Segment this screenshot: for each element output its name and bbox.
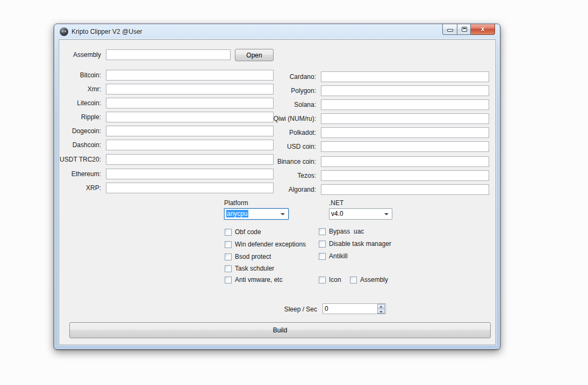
ethereum-label: Ethereum: xyxy=(71,170,101,178)
ethereum-input[interactable] xyxy=(106,169,274,179)
antikill-label: Antikill xyxy=(329,252,348,260)
bitcoin-input[interactable] xyxy=(106,70,274,81)
build-button[interactable]: Build xyxy=(69,322,491,338)
binance-coin-label: Binance coin: xyxy=(277,158,316,165)
task-schduler-checkbox[interactable] xyxy=(225,265,232,272)
usdt-trc20-label: USDT TRC20: xyxy=(60,156,101,163)
assembly-checkbox[interactable] xyxy=(350,277,357,284)
icon-option[interactable]: Icon xyxy=(319,276,341,284)
arrow-up-icon xyxy=(379,306,383,308)
obf-code-option[interactable]: Obf code xyxy=(225,228,261,236)
dashcoin-label: Dashcoin: xyxy=(73,141,101,149)
platform-label: Platform xyxy=(224,199,248,207)
antikill-checkbox[interactable] xyxy=(319,253,326,260)
usd-coin-label: USD coin: xyxy=(287,143,316,150)
arrow-down-icon xyxy=(379,311,383,313)
platform-combobox[interactable]: anycpu xyxy=(224,208,289,220)
dotnet-selected-value: v4.0 xyxy=(331,210,343,217)
sleep-input[interactable] xyxy=(322,303,386,314)
win-defender-exceptions-option[interactable]: Win defender exceptions xyxy=(225,241,306,248)
bsod-protect-checkbox[interactable] xyxy=(225,253,232,260)
task-schduler-option[interactable]: Task schduler xyxy=(225,265,274,272)
client-area: Assembly Open Bitcoin: Xmr: Litecoin: Ri… xyxy=(59,39,496,345)
sleep-label: Sleep / Sec xyxy=(284,306,317,313)
polygon-label: Polygon: xyxy=(291,87,316,95)
usd-coin-input[interactable] xyxy=(321,141,489,152)
bsod-protect-option[interactable]: Bsod protect xyxy=(225,253,271,260)
litecoin-label: Litecoin: xyxy=(77,99,101,107)
win-defender-exceptions-checkbox[interactable] xyxy=(225,241,232,248)
polkadot-label: Polkadot: xyxy=(289,129,316,136)
spinner-up-button[interactable] xyxy=(377,304,385,309)
anti-vmware-option[interactable]: Anti vmware, etc xyxy=(225,276,283,284)
algorand-input[interactable] xyxy=(321,184,489,195)
minimize-icon xyxy=(447,29,453,32)
dogecoin-label: Dogecoin: xyxy=(72,127,101,135)
maximize-button[interactable] xyxy=(457,24,471,35)
qiwi-label: Qiwi (NUM/ru): xyxy=(274,115,316,122)
assembly-label: Assembly xyxy=(73,51,101,59)
open-button[interactable]: Open xyxy=(235,49,274,61)
icon-checkbox[interactable] xyxy=(319,277,326,284)
bypass-uac-option[interactable]: Bypass uac xyxy=(319,228,364,235)
polygon-input[interactable] xyxy=(321,85,489,96)
cardano-input[interactable] xyxy=(321,71,489,82)
maximize-icon xyxy=(462,27,467,32)
cardano-label: Cardano: xyxy=(290,73,316,81)
window-title: Kripto Clipper V2 @User xyxy=(71,28,142,35)
app-window: Kripto Clipper V2 @User x Assembly Open … xyxy=(54,24,500,350)
dotnet-label: .NET xyxy=(329,199,343,207)
litecoin-input[interactable] xyxy=(106,98,274,108)
polkadot-input[interactable] xyxy=(321,127,489,138)
tezos-label: Tezos: xyxy=(297,172,316,179)
xrp-label: XRP: xyxy=(86,184,101,192)
solana-input[interactable] xyxy=(321,99,489,110)
anti-vmware-label: Anti vmware, etc xyxy=(235,276,283,284)
bitcoin-label: Bitcoin: xyxy=(80,71,101,79)
assembly-path-input[interactable] xyxy=(106,49,231,60)
assembly-option[interactable]: Assembly xyxy=(350,276,388,284)
app-icon xyxy=(60,27,68,36)
dashcoin-input[interactable] xyxy=(106,140,274,150)
spinner-down-button[interactable] xyxy=(377,309,385,314)
xrp-input[interactable] xyxy=(106,183,274,193)
disable-task-manager-label: Disable task manager xyxy=(329,240,391,248)
dotnet-combobox[interactable]: v4.0 xyxy=(329,208,392,220)
bypass-uac-checkbox[interactable] xyxy=(319,228,326,235)
disable-task-manager-option[interactable]: Disable task manager xyxy=(319,240,391,248)
obf-code-label: Obf code xyxy=(235,228,261,236)
antikill-option[interactable]: Antikill xyxy=(319,252,348,260)
bypass-uac-label: Bypass uac xyxy=(329,228,364,235)
bsod-protect-label: Bsod protect xyxy=(235,253,271,260)
binance-coin-input[interactable] xyxy=(321,156,489,167)
titlebar[interactable]: Kripto Clipper V2 @User x xyxy=(54,24,500,39)
anti-vmware-checkbox[interactable] xyxy=(225,277,232,284)
ripple-label: Ripple: xyxy=(81,113,101,121)
minimize-button[interactable] xyxy=(442,24,457,35)
dogecoin-input[interactable] xyxy=(106,126,274,136)
caption-buttons: x xyxy=(442,24,495,35)
xmr-label: Xmr: xyxy=(88,85,101,93)
platform-selected-value: anycpu xyxy=(226,210,248,217)
xmr-input[interactable] xyxy=(106,84,274,95)
task-schduler-label: Task schduler xyxy=(235,265,274,272)
close-icon: x xyxy=(471,26,494,32)
close-button[interactable]: x xyxy=(471,24,495,35)
assembly-option-label: Assembly xyxy=(360,276,388,284)
icon-label: Icon xyxy=(329,276,341,284)
usdt-trc20-input[interactable] xyxy=(106,154,274,165)
ripple-input[interactable] xyxy=(106,112,274,122)
chevron-down-icon xyxy=(281,213,285,217)
desktop: Kripto Clipper V2 @User x Assembly Open … xyxy=(0,0,588,385)
algorand-label: Algorand: xyxy=(289,186,316,193)
disable-task-manager-checkbox[interactable] xyxy=(319,241,326,248)
sleep-spinner xyxy=(377,304,385,314)
obf-code-checkbox[interactable] xyxy=(225,229,232,236)
solana-label: Solana: xyxy=(294,101,316,108)
tezos-input[interactable] xyxy=(321,170,489,181)
win-defender-exceptions-label: Win defender exceptions xyxy=(235,241,306,248)
qiwi-input[interactable] xyxy=(321,113,489,124)
chevron-down-icon xyxy=(384,213,389,217)
